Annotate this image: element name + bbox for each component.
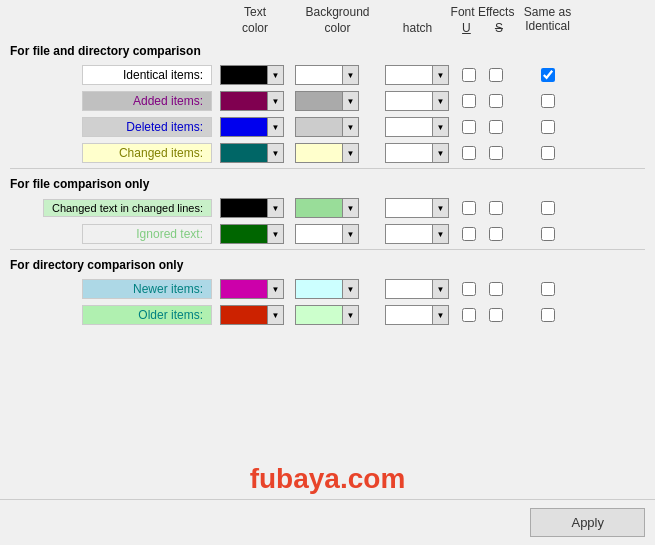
same-as-identical[interactable] bbox=[541, 68, 555, 82]
row-deleted: Deleted items: ▼ ▼ ▼ bbox=[0, 114, 655, 140]
hatch-dd-newer[interactable]: ▼ bbox=[433, 279, 449, 299]
bg-color-dd-newer[interactable]: ▼ bbox=[343, 279, 359, 299]
apply-button[interactable]: Apply bbox=[530, 508, 645, 537]
text-color-box-changed[interactable] bbox=[220, 143, 268, 163]
fe-s-identical[interactable] bbox=[489, 68, 503, 82]
section-file-dir: For file and directory comparison bbox=[0, 38, 655, 62]
hatch-dd-changed-text[interactable]: ▼ bbox=[433, 198, 449, 218]
hatch-box-older[interactable] bbox=[385, 305, 433, 325]
label-cell-ignored: Ignored text: bbox=[10, 224, 220, 244]
row-older: Older items: ▼ ▼ ▼ bbox=[0, 302, 655, 328]
fe-s-ignored[interactable] bbox=[489, 227, 503, 241]
text-color-dd-changed[interactable]: ▼ bbox=[268, 143, 284, 163]
fe-ignored bbox=[450, 227, 515, 241]
bg-color-box-deleted[interactable] bbox=[295, 117, 343, 137]
fe-s-added[interactable] bbox=[489, 94, 503, 108]
same-changed-text bbox=[515, 201, 580, 215]
text-color-dd-identical[interactable]: ▼ bbox=[268, 65, 284, 85]
bg-color-dd-ignored[interactable]: ▼ bbox=[343, 224, 359, 244]
hatch-dd-older[interactable]: ▼ bbox=[433, 305, 449, 325]
fe-s-changed[interactable] bbox=[489, 146, 503, 160]
hatch-box-identical[interactable] bbox=[385, 65, 433, 85]
bg-color-dd-added[interactable]: ▼ bbox=[343, 91, 359, 111]
hatch-box-changed[interactable] bbox=[385, 143, 433, 163]
same-as-ignored[interactable] bbox=[541, 227, 555, 241]
fe-u-deleted[interactable] bbox=[462, 120, 476, 134]
same-as-changed-text[interactable] bbox=[541, 201, 555, 215]
bg-color-changed: ▼ bbox=[290, 143, 380, 163]
same-as-changed[interactable] bbox=[541, 146, 555, 160]
text-color-box-changed-text[interactable] bbox=[220, 198, 268, 218]
divider-2 bbox=[10, 249, 645, 250]
same-older bbox=[515, 308, 580, 322]
fe-s-newer[interactable] bbox=[489, 282, 503, 296]
fe-u-changed[interactable] bbox=[462, 146, 476, 160]
bg-color-dd-deleted[interactable]: ▼ bbox=[343, 117, 359, 137]
bg-color-box-changed[interactable] bbox=[295, 143, 343, 163]
text-color-dd-newer[interactable]: ▼ bbox=[268, 279, 284, 299]
text-color-dd-ignored[interactable]: ▼ bbox=[268, 224, 284, 244]
text-color-dd-changed-text[interactable]: ▼ bbox=[268, 198, 284, 218]
same-as-older[interactable] bbox=[541, 308, 555, 322]
bg-color-dd-changed[interactable]: ▼ bbox=[343, 143, 359, 163]
bg-color-box-added[interactable] bbox=[295, 91, 343, 111]
hatch-dd-identical[interactable]: ▼ bbox=[433, 65, 449, 85]
hatch-box-deleted[interactable] bbox=[385, 117, 433, 137]
bg-color-dd-changed-text[interactable]: ▼ bbox=[343, 198, 359, 218]
fe-s-older[interactable] bbox=[489, 308, 503, 322]
hatch-box-newer[interactable] bbox=[385, 279, 433, 299]
same-as-deleted[interactable] bbox=[541, 120, 555, 134]
fe-s-deleted[interactable] bbox=[489, 120, 503, 134]
text-color-box-deleted[interactable] bbox=[220, 117, 268, 137]
bg-color-box-newer[interactable] bbox=[295, 279, 343, 299]
text-color-dd-older[interactable]: ▼ bbox=[268, 305, 284, 325]
fe-identical bbox=[450, 68, 515, 82]
hatch-changed-text: ▼ bbox=[380, 198, 450, 218]
text-color-box-older[interactable] bbox=[220, 305, 268, 325]
text-color-box-ignored[interactable] bbox=[220, 224, 268, 244]
fe-u-older[interactable] bbox=[462, 308, 476, 322]
font-effects-title: Font Effects bbox=[450, 5, 515, 19]
fe-u-changed-text[interactable] bbox=[462, 201, 476, 215]
fe-u-identical[interactable] bbox=[462, 68, 476, 82]
same-as-added[interactable] bbox=[541, 94, 555, 108]
hatch-box-changed-text[interactable] bbox=[385, 198, 433, 218]
bg-color-dd-older[interactable]: ▼ bbox=[343, 305, 359, 325]
label-cell-deleted: Deleted items: bbox=[10, 117, 220, 137]
bg-color-dd-identical[interactable]: ▼ bbox=[343, 65, 359, 85]
label-identical: Identical items: bbox=[82, 65, 212, 85]
label-older: Older items: bbox=[82, 305, 212, 325]
bg-color-deleted: ▼ bbox=[290, 117, 380, 137]
bg-color-older: ▼ bbox=[290, 305, 380, 325]
text-color-dd-added[interactable]: ▼ bbox=[268, 91, 284, 111]
bg-color-box-older[interactable] bbox=[295, 305, 343, 325]
fe-u-ignored[interactable] bbox=[462, 227, 476, 241]
header-text-color: Textcolor bbox=[220, 5, 290, 36]
fe-s-changed-text[interactable] bbox=[489, 201, 503, 215]
fe-u-added[interactable] bbox=[462, 94, 476, 108]
text-color-box-newer[interactable] bbox=[220, 279, 268, 299]
bg-color-changed-text: ▼ bbox=[290, 198, 380, 218]
text-color-ignored: ▼ bbox=[220, 224, 290, 244]
fe-u-newer[interactable] bbox=[462, 282, 476, 296]
label-added: Added items: bbox=[82, 91, 212, 111]
text-color-box-added[interactable] bbox=[220, 91, 268, 111]
bg-color-box-changed-text[interactable] bbox=[295, 198, 343, 218]
same-added bbox=[515, 94, 580, 108]
bg-color-box-identical[interactable] bbox=[295, 65, 343, 85]
header-hatch: hatch bbox=[380, 5, 450, 36]
hatch-box-added[interactable] bbox=[385, 91, 433, 111]
same-as-newer[interactable] bbox=[541, 282, 555, 296]
hatch-dd-deleted[interactable]: ▼ bbox=[433, 117, 449, 137]
text-color-box-identical[interactable] bbox=[220, 65, 268, 85]
column-headers: Textcolor Backgroundcolor hatch Font Eff… bbox=[0, 0, 655, 38]
hatch-box-ignored[interactable] bbox=[385, 224, 433, 244]
header-same-as: Same asIdentical bbox=[515, 5, 580, 36]
hatch-dd-changed[interactable]: ▼ bbox=[433, 143, 449, 163]
fe-changed-text bbox=[450, 201, 515, 215]
hatch-dd-ignored[interactable]: ▼ bbox=[433, 224, 449, 244]
row-identical: Identical items: ▼ ▼ ▼ bbox=[0, 62, 655, 88]
text-color-dd-deleted[interactable]: ▼ bbox=[268, 117, 284, 137]
bg-color-box-ignored[interactable] bbox=[295, 224, 343, 244]
hatch-dd-added[interactable]: ▼ bbox=[433, 91, 449, 111]
